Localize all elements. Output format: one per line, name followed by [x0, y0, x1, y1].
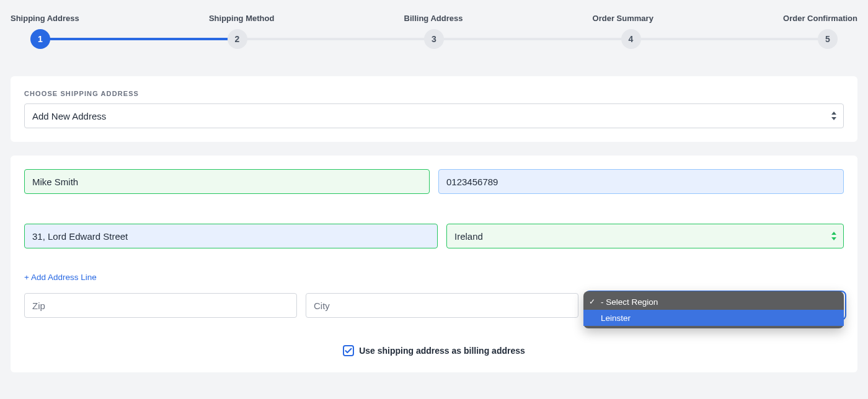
- billing-checkbox-row: Use shipping address as billing address: [24, 345, 844, 359]
- stepper-labels: Shipping Address Shipping Method Billing…: [11, 14, 857, 23]
- choose-shipping-select-wrap: Add New Address: [24, 103, 844, 128]
- choose-shipping-value: Add New Address: [32, 111, 106, 121]
- shipping-address-form-card: Ireland + Add Address Line ✓ - Select Re…: [11, 156, 857, 372]
- track-progress: [40, 38, 237, 40]
- choose-shipping-label: CHOOSE SHIPPING ADDRESS: [24, 90, 844, 97]
- region-option-placeholder[interactable]: ✓ - Select Region: [583, 294, 844, 310]
- step-circle-2[interactable]: 2: [228, 29, 247, 49]
- region-option-leinster-label: Leinster: [601, 314, 631, 323]
- checkout-stepper: Shipping Address Shipping Method Billing…: [0, 0, 868, 49]
- stepper-track: 1 2 3 4 5: [40, 29, 828, 49]
- city-field[interactable]: [306, 293, 578, 318]
- step-label-order-confirmation: Order Confirmation: [783, 14, 857, 23]
- step-circle-4[interactable]: 4: [621, 29, 641, 49]
- check-icon: ✓: [589, 297, 595, 306]
- step-circle-5[interactable]: 5: [818, 29, 838, 49]
- country-value: Ireland: [454, 231, 483, 242]
- region-option-leinster[interactable]: Leinster: [583, 310, 844, 326]
- step-circle-1[interactable]: 1: [30, 29, 50, 49]
- add-address-line-row: + Add Address Line: [24, 272, 844, 282]
- use-shipping-as-billing-checkbox[interactable]: [343, 345, 354, 356]
- phone-field[interactable]: [438, 169, 844, 194]
- choose-shipping-select[interactable]: Add New Address: [24, 103, 844, 128]
- country-select-wrap: Ireland: [446, 224, 844, 248]
- full-name-field[interactable]: [24, 169, 430, 194]
- region-dropdown: ✓ - Select Region Leinster: [583, 291, 844, 328]
- step-label-shipping-address: Shipping Address: [11, 14, 79, 23]
- checkmark-icon: [345, 348, 352, 354]
- form-row-name-phone: [24, 169, 844, 194]
- step-label-order-summary: Order Summary: [593, 14, 653, 23]
- form-row-zip-city-region: ✓ - Select Region Leinster: [24, 293, 844, 318]
- use-shipping-as-billing-label: Use shipping address as billing address: [359, 346, 525, 356]
- region-select-wrap: ✓ - Select Region Leinster: [587, 293, 844, 318]
- region-option-placeholder-label: - Select Region: [601, 297, 658, 307]
- step-label-billing-address: Billing Address: [404, 14, 463, 23]
- zip-field[interactable]: [24, 293, 297, 318]
- step-label-shipping-method: Shipping Method: [209, 14, 274, 23]
- add-address-line-link[interactable]: + Add Address Line: [24, 273, 97, 282]
- form-row-street-country: Ireland: [24, 224, 844, 248]
- choose-shipping-card: CHOOSE SHIPPING ADDRESS Add New Address: [11, 76, 857, 142]
- step-circle-3[interactable]: 3: [424, 29, 444, 49]
- country-select[interactable]: Ireland: [446, 224, 844, 248]
- street-field[interactable]: [24, 224, 438, 248]
